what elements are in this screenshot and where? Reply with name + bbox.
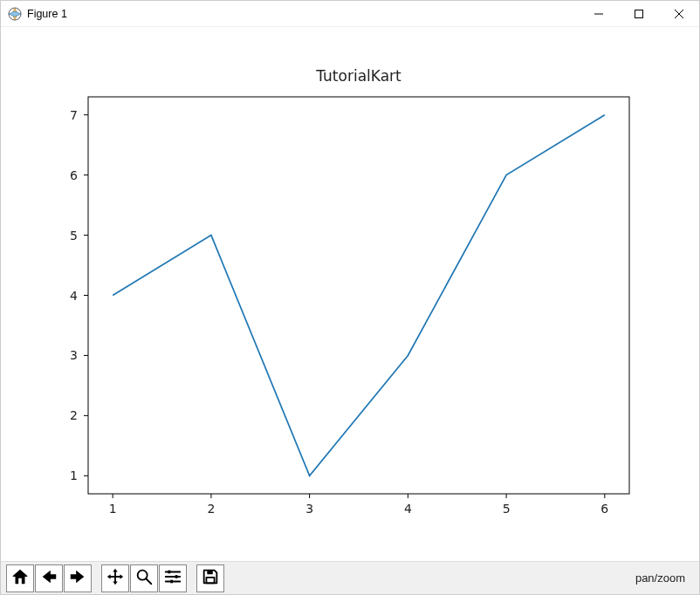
x-tick-label: 3 [305,502,313,516]
save-icon [201,567,220,589]
y-tick-label: 6 [70,168,78,182]
x-tick-label: 6 [600,502,608,516]
window-titlebar: Figure 1 [1,1,699,27]
chart-title: TutorialKart [315,67,401,85]
home-icon [10,567,30,589]
y-tick-label: 1 [70,468,78,482]
y-tick-label: 7 [70,108,78,122]
svg-rect-1 [635,10,643,17]
svg-rect-7 [207,571,212,575]
window-title: Figure 1 [27,8,67,20]
x-tick-label: 4 [404,502,412,516]
back-button[interactable] [35,564,63,592]
figure-canvas[interactable]: TutorialKart1234561234567 [1,27,699,561]
window-close-button[interactable] [659,1,699,27]
y-tick-label: 3 [70,348,78,362]
zoom-button[interactable] [130,564,158,592]
configure-button[interactable] [159,564,187,592]
magnifier-icon [134,567,154,589]
data-line [113,115,605,476]
axes-frame [88,97,629,494]
y-tick-label: 4 [70,289,78,303]
forward-button[interactable] [64,564,92,592]
x-tick-label: 2 [207,502,215,516]
svg-rect-6 [206,578,214,583]
svg-rect-4 [175,575,178,578]
svg-rect-3 [168,571,171,574]
x-tick-label: 1 [109,502,117,516]
arrow-left-icon [39,567,58,589]
nav-toolbar: pan/zoom [1,561,699,594]
window-minimize-button[interactable] [579,1,619,27]
y-tick-label: 2 [70,408,78,422]
sliders-icon [163,567,182,589]
pan-button[interactable] [101,564,129,592]
save-button[interactable] [196,564,224,592]
window-maximize-button[interactable] [619,1,659,27]
arrow-right-icon [68,567,87,589]
x-tick-label: 5 [503,502,511,516]
status-text: pan/zoom [635,571,694,585]
home-button[interactable] [6,564,34,592]
y-tick-label: 5 [70,229,78,243]
app-icon [8,7,22,21]
svg-point-2 [138,571,148,580]
move-icon [106,567,125,589]
svg-rect-5 [170,580,173,584]
